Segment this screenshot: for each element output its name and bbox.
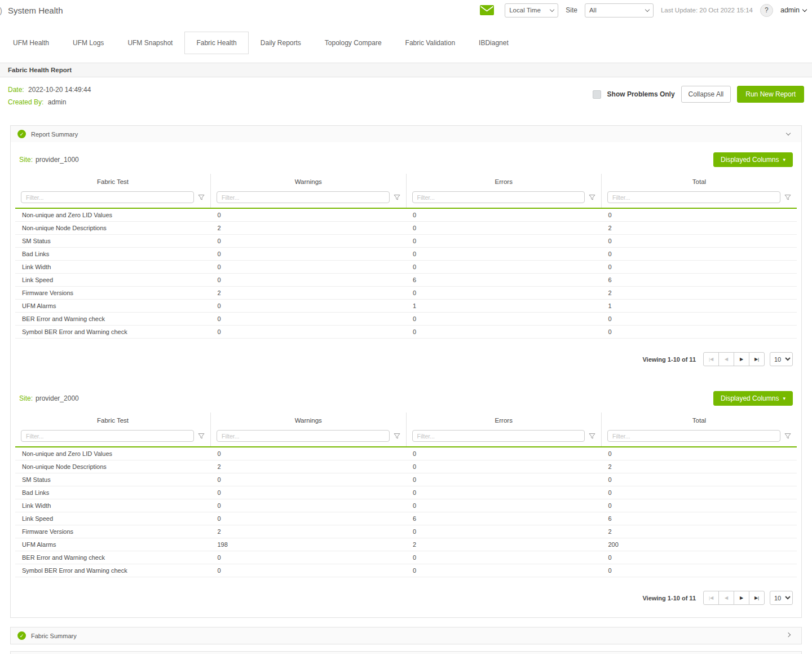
count-value: 0 xyxy=(211,326,407,339)
filter-funnel-icon[interactable] xyxy=(784,194,791,201)
count-value: 2 xyxy=(602,460,797,473)
count-value: 0 xyxy=(211,473,407,486)
count-value: 0 xyxy=(406,499,602,512)
table-row: UFM Alarms1982200 xyxy=(15,538,797,551)
fabric-test-name: UFM Alarms xyxy=(15,538,211,551)
filter-row xyxy=(15,428,797,447)
tab-ufm-snapshot[interactable]: UFM Snapshot xyxy=(116,32,184,54)
fabric-test-name: Bad Links xyxy=(15,486,211,499)
chevron-down-icon xyxy=(802,7,807,11)
count-value: 0 xyxy=(602,261,797,274)
tab-fabric-health[interactable]: Fabric Health xyxy=(184,32,248,54)
count-value: 0 xyxy=(211,551,407,564)
time-format-select[interactable]: Local Time xyxy=(505,3,558,17)
next-page-button[interactable]: ▶ xyxy=(734,591,749,605)
tab-fabric-validation[interactable]: Fabric Validation xyxy=(394,32,467,54)
section-title: Fabric Summary xyxy=(31,633,77,639)
report-summary-header[interactable]: ✓ Report Summary xyxy=(11,126,801,142)
chevron-down-icon[interactable] xyxy=(786,131,791,135)
table-row: Link Width000 xyxy=(15,499,797,512)
filter-funnel-icon[interactable] xyxy=(394,194,400,201)
fabric-summary-header[interactable]: ✓ Fabric Summary xyxy=(11,627,801,644)
tab-ufm-logs[interactable]: UFM Logs xyxy=(61,32,116,54)
count-value: 2 xyxy=(602,287,797,300)
displayed-columns-button[interactable]: Displayed Columns ▾ xyxy=(713,152,793,167)
count-value: 2 xyxy=(211,525,407,538)
column-header-errors[interactable]: Errors xyxy=(406,174,602,190)
filter-input-fabric-test[interactable] xyxy=(21,430,194,442)
page-size-select[interactable]: 10 xyxy=(770,591,793,605)
count-value: 0 xyxy=(211,564,407,577)
run-new-report-button[interactable]: Run New Report xyxy=(737,86,804,103)
filter-funnel-icon[interactable] xyxy=(198,194,205,201)
filter-funnel-icon[interactable] xyxy=(394,433,400,440)
filter-input-errors[interactable] xyxy=(412,430,585,442)
pagination: Viewing 1-10 of 11 |◀ ◀ ▶ ▶| 10 xyxy=(15,352,793,366)
count-value: 0 xyxy=(211,499,407,512)
user-menu[interactable]: admin xyxy=(780,6,806,14)
filter-input-warnings[interactable] xyxy=(217,430,390,442)
count-value: 1 xyxy=(602,300,797,313)
collapsed-section-strip[interactable] xyxy=(10,651,802,654)
next-page-button[interactable]: ▶ xyxy=(734,352,749,366)
site-block: Site: provider_2000 Displayed Columns ▾ … xyxy=(11,381,801,605)
count-value: 0 xyxy=(406,473,602,486)
filter-funnel-icon[interactable] xyxy=(784,433,791,440)
count-value: 0 xyxy=(602,499,797,512)
page-size-select[interactable]: 10 xyxy=(770,352,793,366)
previous-page-button[interactable]: ◀ xyxy=(718,352,734,366)
column-header-fabric-test[interactable]: Fabric Test xyxy=(15,412,211,428)
filter-funnel-icon[interactable] xyxy=(589,194,595,201)
page-title: System Health xyxy=(8,6,63,15)
filter-input-total[interactable] xyxy=(607,430,780,442)
column-header-fabric-test[interactable]: Fabric Test xyxy=(15,174,211,190)
count-value: 0 xyxy=(406,551,602,564)
first-page-button[interactable]: |◀ xyxy=(703,352,719,366)
caret-down-icon: ▾ xyxy=(783,396,785,401)
count-value: 6 xyxy=(602,274,797,287)
count-value: 0 xyxy=(406,222,602,235)
tab-topology-compare[interactable]: Topology Compare xyxy=(313,32,394,54)
site-select[interactable]: All xyxy=(585,3,654,17)
column-header-total[interactable]: Total xyxy=(602,412,797,428)
count-value: 0 xyxy=(602,326,797,339)
tab-ufm-health[interactable]: UFM Health xyxy=(1,32,61,54)
count-value: 0 xyxy=(211,300,407,313)
filter-input-warnings[interactable] xyxy=(217,191,390,203)
status-ok-icon: ✓ xyxy=(17,631,26,640)
displayed-columns-button[interactable]: Displayed Columns ▾ xyxy=(713,391,793,406)
collapse-all-button[interactable]: Collapse All xyxy=(681,86,731,103)
first-page-button[interactable]: |◀ xyxy=(703,591,719,605)
filter-input-fabric-test[interactable] xyxy=(21,191,194,203)
created-by-label: Created By: xyxy=(8,98,43,106)
last-page-button[interactable]: ▶| xyxy=(749,591,765,605)
count-value: 0 xyxy=(406,235,602,248)
sidebar-toggle-icon[interactable]: ) xyxy=(0,6,2,15)
column-header-total[interactable]: Total xyxy=(602,174,797,190)
filter-funnel-icon[interactable] xyxy=(589,433,595,440)
filter-input-errors[interactable] xyxy=(412,191,585,203)
count-value: 2 xyxy=(406,538,602,551)
chevron-right-icon[interactable] xyxy=(786,633,791,637)
tab-daily-reports[interactable]: Daily Reports xyxy=(249,32,313,54)
previous-page-button[interactable]: ◀ xyxy=(718,591,734,605)
show-problems-checkbox[interactable] xyxy=(593,90,601,99)
filter-funnel-icon[interactable] xyxy=(198,433,205,440)
filter-input-total[interactable] xyxy=(607,191,780,203)
mail-icon[interactable] xyxy=(480,5,494,15)
topbar: ) System Health Local Time Site All Last… xyxy=(0,0,812,20)
count-value: 2 xyxy=(211,222,407,235)
help-button[interactable]: ? xyxy=(760,4,773,17)
count-value: 0 xyxy=(602,473,797,486)
column-header-errors[interactable]: Errors xyxy=(406,412,602,428)
column-header-warnings[interactable]: Warnings xyxy=(211,412,407,428)
last-page-button[interactable]: ▶| xyxy=(749,352,765,366)
tab-ibdiagnet[interactable]: IBDiagnet xyxy=(467,32,520,54)
fabric-test-name: Non-unique and Zero LID Values xyxy=(15,208,211,222)
count-value: 0 xyxy=(602,313,797,326)
count-value: 1 xyxy=(406,300,602,313)
count-value: 0 xyxy=(602,447,797,460)
show-problems-label: Show Problems Only xyxy=(607,90,675,98)
table-row: Non-unique Node Descriptions202 xyxy=(15,222,797,235)
column-header-warnings[interactable]: Warnings xyxy=(211,174,407,190)
